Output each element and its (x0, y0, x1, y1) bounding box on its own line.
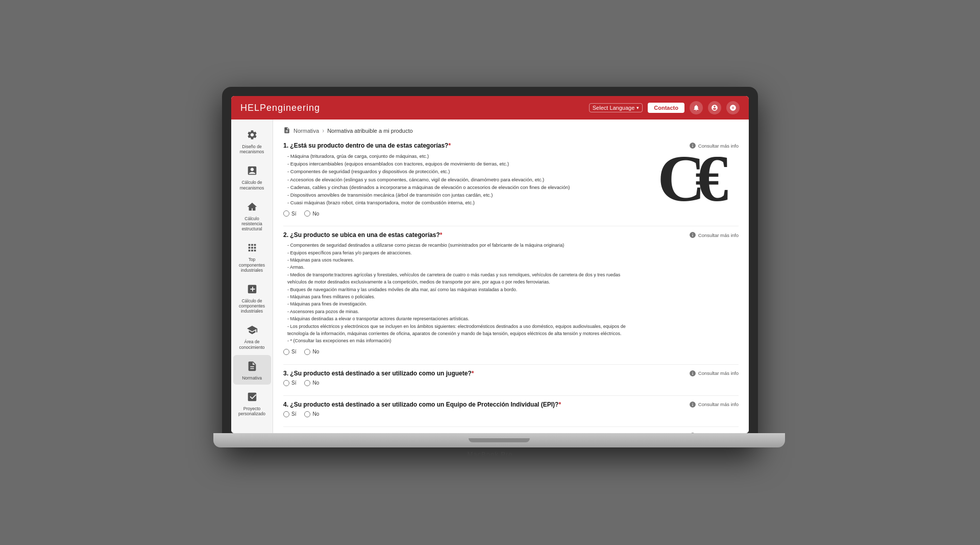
q3-no-label[interactable]: No (304, 380, 319, 386)
q4-no-label[interactable]: No (304, 411, 319, 417)
sidebar-label-diseno: Diseño demecanismos (240, 144, 264, 154)
question-2-radio-group: Sí No (283, 349, 739, 355)
divider-2 (283, 364, 739, 365)
divider-4 (283, 426, 739, 427)
q3-no-radio[interactable] (304, 380, 310, 386)
q1-no-radio[interactable] (304, 210, 310, 217)
q3-yes-label[interactable]: Sí (283, 380, 296, 386)
sidebar-item-calculo-mec[interactable]: Cálculo demecanismos (233, 159, 271, 194)
structure-icon (245, 200, 259, 214)
sidebar-label-componentes: Topcomponentesindustriales (239, 257, 265, 273)
sidebar-item-calculo-comp[interactable]: Cálculo decomponentesindustriales (233, 278, 271, 318)
q2-yes-label[interactable]: Sí (283, 349, 296, 355)
breadcrumb-separator: › (322, 127, 324, 134)
question-4: 4. ¿Su producto está destinado a ser uti… (283, 401, 739, 417)
question-1-body: Máquina (trituradora, grúa de carga, con… (283, 152, 641, 206)
user-profile-icon[interactable] (708, 101, 721, 114)
q1-yes-label[interactable]: Sí (283, 210, 296, 217)
breadcrumb-root: Normativa (293, 128, 319, 134)
language-selector[interactable]: Select Language ▾ (589, 103, 643, 112)
sidebar: Diseño demecanismos Cálculo demecanismos… (231, 120, 273, 433)
q2-no-radio[interactable] (304, 349, 310, 355)
q4-info-button[interactable]: Consultar más info (689, 401, 739, 408)
laptop-screen: HELPengineering Select Language ▾ Contac… (231, 96, 749, 433)
notification-bell-icon[interactable] (690, 101, 703, 114)
top-navbar: HELPengineering Select Language ▾ Contac… (231, 96, 749, 120)
question-1: 1. ¿Está su producto dentro de una de es… (283, 142, 739, 217)
sidebar-item-proyecto[interactable]: Proyectopersonalizado (233, 386, 271, 420)
q5-info-button[interactable]: Consultar más info (689, 432, 739, 433)
q2-info-button[interactable]: Consultar más info (689, 231, 739, 239)
question-5-title: 5. ¿Su producto está destinado a ser uti… (283, 432, 739, 433)
q3-yes-radio[interactable] (283, 380, 289, 386)
question-1-radio-group: Sí No (283, 210, 739, 217)
sidebar-item-componentes[interactable]: Topcomponentesindustriales (233, 236, 271, 277)
breadcrumb-icon (283, 127, 290, 135)
question-4-title: 4. ¿Su producto está destinado a ser uti… (283, 401, 739, 408)
brand-logo: HELPengineering (240, 103, 320, 113)
sidebar-item-normativa[interactable]: Normativa (233, 355, 271, 385)
main-content: C€ Normativa › Normativa atribuible a mi… (273, 120, 749, 433)
macbook-label: MacBook Pro (467, 451, 512, 458)
language-label: Select Language (593, 105, 635, 111)
question-2: 2. ¿Su producto se ubica en una de estas… (283, 231, 739, 354)
nav-right: Select Language ▾ Contacto (589, 101, 740, 114)
project-icon (245, 390, 259, 404)
calc2-icon (245, 282, 259, 296)
components-icon (245, 241, 259, 255)
question-4-radio-group: Sí No (283, 411, 739, 417)
q4-yes-label[interactable]: Sí (283, 411, 296, 417)
contacto-button[interactable]: Contacto (648, 103, 684, 113)
sidebar-label-calculo-mec: Cálculo demecanismos (240, 180, 264, 190)
sidebar-item-resistencia[interactable]: Cálculoresistenciaestructural (233, 196, 271, 236)
q1-no-label[interactable]: No (304, 210, 319, 217)
q3-info-button[interactable]: Consultar más info (689, 370, 739, 377)
sidebar-label-calculo-comp: Cálculo decomponentesindustriales (239, 298, 265, 314)
question-2-body: Componentes de seguridad destinados a ut… (283, 242, 641, 344)
sidebar-label-resistencia: Cálculoresistenciaestructural (241, 216, 262, 232)
q2-no-label[interactable]: No (304, 349, 319, 355)
q2-yes-radio[interactable] (283, 349, 289, 355)
question-3-radio-group: Sí No (283, 380, 739, 386)
breadcrumb: Normativa › Normativa atribuible a mi pr… (283, 127, 739, 135)
gear-icon (245, 128, 259, 142)
q4-no-radio[interactable] (304, 411, 310, 417)
q1-info-button[interactable]: Consultar más info (689, 142, 739, 149)
divider-1 (283, 226, 739, 226)
laptop-base (213, 433, 785, 447)
question-3: 3. ¿Su producto está destinado a ser uti… (283, 370, 739, 386)
normativa-icon (245, 359, 259, 373)
question-1-title: 1. ¿Está su producto dentro de una de es… (283, 142, 739, 149)
sidebar-label-normativa: Normativa (242, 375, 262, 381)
knowledge-icon (245, 323, 259, 337)
laptop-frame: HELPengineering Select Language ▾ Contac… (222, 87, 758, 447)
chevron-down-icon: ▾ (636, 105, 639, 110)
q1-yes-radio[interactable] (283, 210, 289, 217)
question-5: 5. ¿Su producto está destinado a ser uti… (283, 432, 739, 433)
sidebar-item-diseno[interactable]: Diseño demecanismos (233, 124, 271, 158)
sidebar-label-area: Área deconocimiento (239, 339, 264, 349)
laptop-notch (469, 438, 530, 442)
sidebar-label-proyecto: Proyectopersonalizado (238, 406, 265, 416)
divider-3 (283, 395, 739, 396)
account-icon[interactable] (726, 101, 740, 114)
calculator-icon (245, 163, 259, 178)
sidebar-item-area[interactable]: Área deconocimiento (233, 319, 271, 353)
question-2-title: 2. ¿Su producto se ubica en una de estas… (283, 231, 739, 239)
q4-yes-radio[interactable] (283, 411, 289, 417)
main-layout: Diseño demecanismos Cálculo demecanismos… (231, 120, 749, 433)
breadcrumb-current: Normativa atribuible a mi producto (327, 128, 413, 134)
question-3-title: 3. ¿Su producto está destinado a ser uti… (283, 370, 739, 377)
